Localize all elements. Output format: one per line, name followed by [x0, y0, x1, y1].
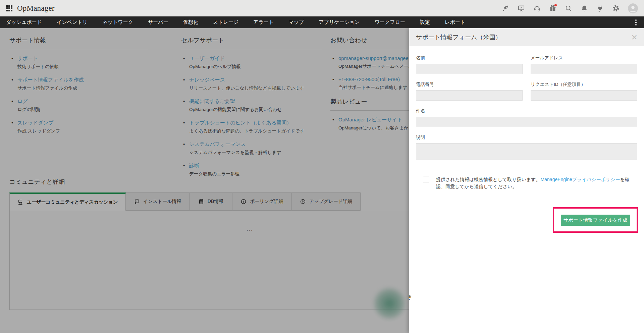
email-field[interactable]: [531, 64, 637, 74]
nav-settings[interactable]: 設定: [420, 19, 430, 25]
avatar[interactable]: [628, 3, 638, 13]
privacy-checkbox[interactable]: [423, 176, 429, 182]
nav-reports[interactable]: レポート: [445, 19, 465, 25]
rocket-icon[interactable]: [502, 5, 509, 12]
email-label: メールアドレス: [531, 55, 637, 61]
nav-workflow[interactable]: ワークフロー: [375, 19, 405, 25]
panel-title: サポート情報フォーム（米国）: [416, 33, 501, 41]
gift-icon[interactable]: [549, 5, 556, 12]
name-label: 名前: [416, 55, 523, 61]
privacy-text-before: 提供された情報は機密情報として取り扱います。: [436, 177, 541, 182]
kebab-menu-icon[interactable]: [634, 18, 638, 27]
nav-network[interactable]: ネットワーク: [102, 19, 133, 25]
highlight-rectangle: サポート情報ファイルを作成: [553, 207, 638, 233]
headset-icon[interactable]: [533, 5, 541, 12]
nav-inventory[interactable]: インベントリ: [57, 19, 88, 25]
nav-maps[interactable]: マップ: [288, 19, 304, 25]
nav-storage[interactable]: ストレージ: [213, 19, 238, 25]
nav-applications[interactable]: アプリケーション: [319, 19, 360, 25]
privacy-policy-link[interactable]: ManageEngineプライバシーポリシー: [541, 177, 620, 182]
presentation-icon[interactable]: [518, 5, 525, 12]
privacy-text: 提供された情報は機密情報として取り扱います。ManageEngineプライバシー…: [436, 176, 630, 190]
privacy-consent-row: 提供された情報は機密情報として取り扱います。ManageEngineプライバシー…: [416, 176, 637, 190]
chat-widget-fragment: F: [409, 294, 412, 300]
main-nav: ダッシュボード インベントリ ネットワーク サーバー 仮想化 ストレージ アラー…: [0, 16, 644, 28]
app-header: OpManager: [0, 0, 644, 16]
subject-field[interactable]: [416, 117, 637, 127]
request-id-field[interactable]: [531, 90, 637, 101]
bell-icon[interactable]: [581, 5, 588, 12]
create-support-file-button[interactable]: サポート情報ファイルを作成: [561, 215, 630, 226]
nav-alerts[interactable]: アラート: [253, 19, 274, 25]
nav-virtualization[interactable]: 仮想化: [183, 19, 198, 25]
support-form-panel: サポート情報フォーム（米国） × 名前 メールアドレス 電話番号 リクエストID…: [409, 28, 644, 333]
search-icon[interactable]: [565, 5, 572, 12]
phone-label: 電話番号: [416, 81, 523, 88]
gear-icon[interactable]: [612, 5, 620, 12]
panel-body: 名前 メールアドレス 電話番号 リクエストID（任意項目） 件名: [409, 46, 644, 207]
description-field[interactable]: [416, 143, 637, 160]
request-id-label: リクエストID（任意項目）: [531, 81, 637, 88]
subject-label: 件名: [416, 108, 637, 114]
app-grid-icon[interactable]: [6, 5, 12, 11]
app-title: OpManager: [17, 4, 55, 13]
nav-dashboard[interactable]: ダッシュボード: [6, 19, 42, 25]
plug-icon[interactable]: [596, 5, 604, 12]
notification-dot: [554, 4, 557, 6]
description-label: 説明: [416, 134, 637, 141]
name-field[interactable]: [416, 64, 523, 74]
phone-field[interactable]: [416, 90, 523, 101]
panel-header: サポート情報フォーム（米国） ×: [409, 28, 644, 46]
close-icon[interactable]: ×: [631, 33, 637, 42]
nav-server[interactable]: サーバー: [148, 19, 168, 25]
